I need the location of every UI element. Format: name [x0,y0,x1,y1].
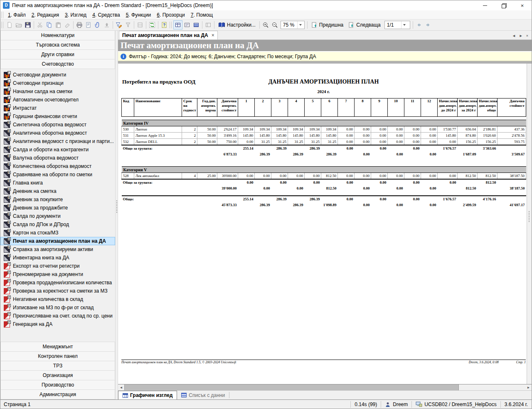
refresh-icon[interactable] [148,20,157,30]
sidebar-item-7[interactable]: BАналитична оборотна ведомост [0,129,115,137]
sidebar-item-23[interactable]: FЕкспорт на отчетни регистри [0,262,115,270]
zoom-out-icon[interactable] [270,20,279,30]
sidebar-item-24[interactable]: FПреномериране на документи [0,270,115,278]
tab-data-list[interactable]: Списък с данни [177,391,229,399]
attach-icon[interactable] [93,20,102,30]
scroll-thumb[interactable] [124,384,459,390]
menu-item-7[interactable]: 7. Помощ [188,11,216,19]
settings-button[interactable]: Настройки... [216,21,258,29]
menu-item-3[interactable]: 3. Изглед [62,11,89,19]
sidebar-item-18[interactable]: BСалда по ДПок и ДПрод [0,220,115,229]
menu-item-5[interactable]: 5. Функции [123,11,154,19]
save-icon[interactable] [23,20,32,30]
restore-button[interactable] [494,0,513,10]
print-icon[interactable] [75,20,84,30]
sidebar-item-29[interactable]: FПреизчисляване на счет. склад по ср. це… [0,312,115,320]
total-value [271,185,288,192]
sidebar-item-6[interactable]: BСинтетична оборотна ведомост [0,121,115,129]
sidebar-section-bottom-1[interactable]: Контролен панел [0,351,115,361]
tab-scroll-left-icon[interactable]: ◄ [512,34,516,38]
previous-page-button[interactable]: Предишна [309,21,346,29]
view-form-icon[interactable] [182,20,192,30]
sidebar-item-27[interactable]: FНегативни количества в склад [0,295,115,303]
sidebar-section-top-0[interactable]: Номенклатури [0,31,115,40]
sidebar-splitter[interactable] [115,31,118,399]
open-icon[interactable] [14,20,23,30]
sidebar-item-13[interactable]: BГлавна книга [0,179,115,187]
filter-icon[interactable] [123,20,133,30]
sidebar-item-12[interactable]: BСравняване на обороти по сметки [0,170,115,179]
zoom-in-icon[interactable] [261,20,270,30]
new-document-icon[interactable] [5,20,14,30]
paste-icon[interactable] [54,20,63,30]
sidebar-item-26[interactable]: FПроверка за коректност на сметки за МЗ [0,287,115,295]
next-page-button[interactable]: Следваща [346,21,383,29]
sidebar-section-top-1[interactable]: Търговска система [0,40,115,50]
sidebar-section-bottom-2[interactable]: ТРЗ [0,361,115,371]
sidebar-item-4[interactable]: LИнтрастат [0,104,115,112]
tab-scroll-right-icon[interactable]: ► [519,34,523,38]
sidebar-section-top-2[interactable]: Други справки [0,49,115,59]
sidebar-item-5[interactable]: LГодишни финансови отчети [0,112,115,121]
filter-edit-icon[interactable] [114,20,123,30]
print-preview-icon[interactable] [84,20,93,30]
zoom-select[interactable]: 75 % [281,21,305,29]
sidebar-section-bottom-5[interactable]: Администрация [0,389,115,399]
menu-item-2[interactable]: 2. Редакция [29,11,62,19]
close-button[interactable]: × [513,0,532,10]
sidebar-item-2[interactable]: LНачални салда на сметки [0,87,115,96]
menu-item-4[interactable]: 4. Средства [89,11,123,19]
tab-close-all-icon[interactable]: × [526,34,528,38]
menu-item-1[interactable]: 1. Файл [5,11,29,19]
sidebar-item-15[interactable]: BДневник за покупките [0,195,115,204]
sidebar-item-14[interactable]: BДневник на сметка [0,187,115,195]
tab-graphic-view[interactable]: Графичен изглед [118,391,177,399]
sidebar-item-10[interactable]: BВалутна оборотна ведомост [0,154,115,162]
minimize-button[interactable] [475,0,494,10]
sidebar-item-25[interactable]: FПроверка продадени/изписани количества [0,278,115,287]
nav-back-icon[interactable] [414,20,424,30]
sidebar-section-bottom-3[interactable]: Организация [0,370,115,380]
scroll-left-icon[interactable]: ◄ [118,384,124,390]
icon-badge: B [7,163,11,166]
total-value: 2'499.59 [458,202,478,208]
sidebar-item-1[interactable]: LСчетоводни признаци [0,79,115,87]
scroll-right-icon[interactable]: ► [525,384,532,390]
cell: 0.00 [388,133,404,139]
report-right-splitter[interactable] [527,64,532,384]
sidebar-item-19[interactable]: BКартон на стока/МЗ [0,229,115,237]
menu-item-6[interactable]: 6. Прозорци [154,11,187,19]
sidebar-item-9[interactable]: BСалда и обороти на контрагенти [0,145,115,154]
sidebar-item-11[interactable]: BКоличествена оборотна ведомост [0,162,115,170]
erase-icon[interactable] [63,20,72,30]
cell: Лаптоп Apple 15.3 [134,133,182,139]
view-panel-icon[interactable] [204,20,213,30]
sidebar-item-22[interactable]: BИнвентарна книга на ДА [0,254,115,262]
export-icon[interactable] [102,20,111,30]
sidebar-item-21[interactable]: BСправка за амортизируеми активи [0,245,115,254]
page-select[interactable]: 1/1 [384,21,410,29]
tab-close-icon[interactable]: × [212,32,214,38]
total-value: 255.14 [238,145,255,151]
sidebar-item-0[interactable]: LСчетоводни документи [0,71,115,79]
split-window-icon[interactable] [135,20,145,30]
cut-icon[interactable] [35,20,44,30]
nav-forward-icon[interactable] [424,20,433,30]
sidebar-item-28[interactable]: FИзписване на МЗ по ф-ри от склад [0,303,115,312]
sidebar-item-3[interactable]: LАвтоматичен осчетоводител [0,96,115,104]
copy-icon[interactable] [44,20,54,30]
sidebar-item-16[interactable]: BДневник за продажбите [0,204,115,212]
document-tab[interactable]: Печат амортизационен план на ДА × [119,31,218,39]
sidebar-section-top-3[interactable]: Счетоводство [0,59,115,69]
sidebar-item-20[interactable]: BПечат на амортизационен план на ДА [0,237,115,245]
sidebar-section-bottom-4[interactable]: Производство [0,380,115,390]
help-icon[interactable]: ? [160,20,169,30]
view-rows-icon[interactable] [192,20,201,30]
sidebar-section-bottom-0[interactable]: Мениджмънт [0,342,115,352]
horizontal-scrollbar[interactable]: ◄ ► [118,384,532,390]
cell: 2 [182,133,197,139]
sidebar-item-30[interactable]: FГенерация на ДА [0,320,115,328]
view-table-icon[interactable] [173,20,182,30]
sidebar-item-17[interactable]: BСалда по документи [0,212,115,220]
sidebar-item-8[interactable]: BАналитична ведомост с признаци и парти.… [0,137,115,145]
